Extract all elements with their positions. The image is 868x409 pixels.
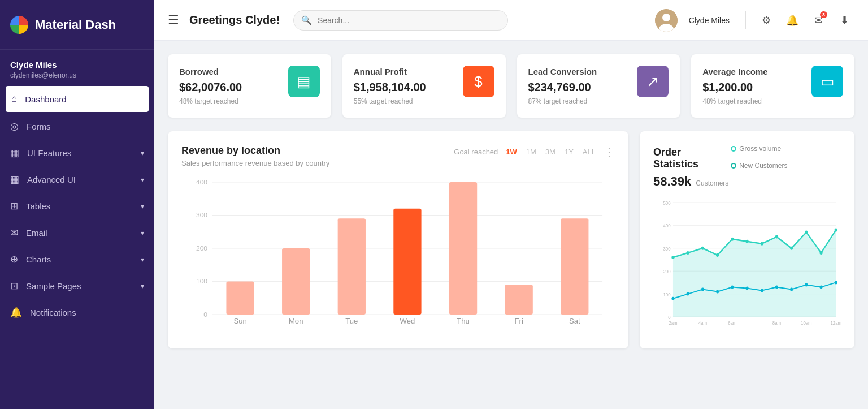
svg-point-60: [716, 290, 719, 294]
avatar: [655, 9, 678, 32]
chart-filter[interactable]: 1W1M3M1YALL: [504, 147, 598, 157]
svg-point-66: [805, 283, 808, 286]
revenue-chart-subtitle: Sales performance revenue based by count…: [181, 159, 329, 167]
order-statistics-card: Order Statistics Gross volume New Custom…: [640, 131, 854, 348]
sidebar-item-advanced-ui[interactable]: ▦ Advanced UI ▾: [0, 166, 154, 193]
svg-point-59: [701, 288, 704, 291]
customers-label: Customers: [696, 179, 728, 187]
svg-point-49: [731, 238, 734, 241]
svg-text:6am: 6am: [728, 320, 736, 326]
sidebar-useremail: clydemiles@elenor.us: [10, 71, 144, 79]
svg-rect-21: [449, 182, 477, 315]
svg-point-51: [761, 242, 763, 246]
mail-button[interactable]: ✉ 3: [808, 10, 828, 31]
svg-text:Fri: Fri: [515, 318, 523, 325]
revenue-chart-header: Revenue by location Sales performance re…: [181, 145, 615, 167]
ui-features-nav-icon: ▦: [10, 147, 19, 159]
filter-ALL[interactable]: ALL: [580, 147, 598, 157]
main-area: ☰ Greetings Clyde! 🔍 Clyde Miles ⚙ 🔔 ✉ 3: [154, 0, 868, 409]
topbar-right: Clyde Miles ⚙ 🔔 ✉ 3 ⬇: [655, 9, 854, 32]
filter-3M[interactable]: 3M: [543, 147, 558, 157]
stat-card-3: Average Income $1,200.00 48% target reac…: [691, 54, 854, 118]
stat-card-sub-1: 55% target reached: [354, 97, 494, 105]
svg-text:300: 300: [663, 246, 670, 252]
svg-text:Thu: Thu: [457, 318, 470, 325]
filter-1Y[interactable]: 1Y: [562, 147, 576, 157]
bar-chart-svg: 0100200300400SunMonTueWedThuFriSat: [181, 176, 615, 335]
svg-text:400: 400: [663, 223, 670, 229]
sidebar-item-charts[interactable]: ⊕ Charts ▾: [0, 246, 154, 273]
svg-text:100: 100: [196, 278, 207, 285]
sample-pages-nav-icon: ⊡: [10, 280, 18, 292]
sidebar-item-notifications[interactable]: 🔔 Notifications: [0, 299, 154, 326]
svg-point-45: [671, 256, 674, 259]
line-chart-svg: 01002003004005002am4am6am8am10am12am: [653, 197, 841, 333]
topbar-greeting: Greetings Clyde!: [189, 14, 280, 27]
svg-text:2am: 2am: [669, 320, 677, 326]
more-options-icon[interactable]: ⋮: [604, 145, 615, 158]
notifications-nav-label: Notifications: [30, 308, 76, 317]
svg-text:4am: 4am: [698, 320, 707, 326]
goal-reached-label: Goal reached: [454, 148, 498, 156]
stat-card-sub-3: 48% target reached: [702, 97, 843, 105]
svg-point-62: [745, 287, 748, 290]
dashboard-nav-icon: ⌂: [11, 93, 17, 105]
stat-card-1: Annual Profit $1,958,104.00 55% target r…: [342, 54, 506, 118]
search-icon: 🔍: [301, 15, 312, 25]
svg-point-1: [662, 14, 670, 21]
email-nav-label: Email: [26, 228, 47, 238]
revenue-chart-controls: Goal reached 1W1M3M1YALL ⋮: [454, 145, 615, 158]
email-nav-icon: ✉: [10, 227, 18, 239]
stat-card-icon-2: ↗: [637, 66, 669, 97]
svg-point-67: [819, 285, 822, 289]
sidebar-item-dashboard[interactable]: ⌂ Dashboard: [6, 86, 149, 112]
settings-button[interactable]: ⚙: [756, 10, 776, 31]
notifications-button[interactable]: 🔔: [782, 10, 802, 31]
legend-label-new: New Customers: [739, 162, 787, 170]
svg-point-52: [775, 235, 778, 239]
svg-point-63: [761, 289, 763, 292]
filter-1W[interactable]: 1W: [504, 147, 519, 157]
stat-card-icon-0: ▤: [288, 66, 320, 97]
sidebar: Material Dash Clyde Miles clydemiles@ele…: [0, 0, 154, 409]
sidebar-item-sample-pages[interactable]: ⊡ Sample Pages ▾: [0, 273, 154, 299]
stat-cards-grid: Borrowed $62,0076.00 48% target reached …: [168, 54, 854, 118]
advanced-ui-nav-label: Advanced UI: [27, 175, 76, 184]
svg-point-57: [671, 297, 674, 300]
download-button[interactable]: ⬇: [834, 10, 854, 31]
svg-rect-17: [338, 218, 366, 315]
svg-rect-13: [226, 282, 254, 315]
main-content: Borrowed $62,0076.00 48% target reached …: [154, 41, 868, 409]
legend-item-gross: Gross volume: [731, 145, 781, 153]
svg-text:Sat: Sat: [569, 318, 580, 325]
svg-rect-15: [282, 248, 310, 315]
sidebar-item-tables[interactable]: ⊞ Tables ▾: [0, 193, 154, 219]
svg-text:Mon: Mon: [289, 318, 303, 325]
stat-card-2: Lead Conversion $234,769.00 87% target r…: [517, 54, 680, 118]
svg-point-68: [835, 281, 837, 284]
svg-text:200: 200: [196, 245, 207, 251]
dashboard-nav-label: Dashboard: [25, 94, 66, 104]
search-box: 🔍: [293, 10, 508, 31]
forms-nav-label: Forms: [27, 122, 51, 131]
sidebar-item-forms[interactable]: ◎ Forms: [0, 113, 154, 140]
order-chart-title-area: Order Statistics Gross volume New Custom…: [653, 145, 841, 190]
menu-toggle-icon[interactable]: ☰: [168, 13, 179, 28]
filter-1M[interactable]: 1M: [524, 147, 539, 157]
svg-point-61: [731, 285, 734, 289]
sidebar-user: Clyde Miles clydemiles@elenor.us: [0, 50, 154, 85]
tables-nav-icon: ⊞: [10, 200, 18, 212]
svg-text:12am: 12am: [830, 320, 841, 326]
svg-point-56: [835, 228, 837, 231]
mail-badge: 3: [820, 11, 827, 18]
sidebar-item-ui-features[interactable]: ▦ UI Features ▾: [0, 140, 154, 166]
stat-card-sub-0: 48% target reached: [179, 97, 320, 105]
sidebar-item-email[interactable]: ✉ Email ▾: [0, 219, 154, 246]
svg-point-48: [716, 253, 719, 257]
bar-chart-container: 0100200300400SunMonTueWedThuFriSat: [181, 176, 615, 335]
search-input[interactable]: [293, 10, 508, 31]
advanced-ui-nav-icon: ▦: [10, 174, 19, 186]
brand-logo-area: Material Dash: [0, 0, 154, 50]
tables-nav-label: Tables: [26, 201, 50, 211]
svg-point-64: [775, 285, 778, 289]
